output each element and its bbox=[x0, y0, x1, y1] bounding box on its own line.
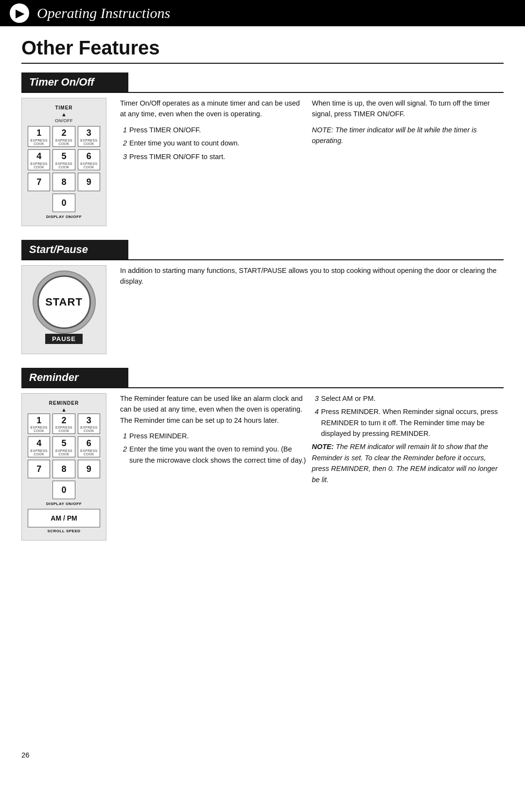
timer-key-grid: 1 EXPRESS COOK 2 EXPRESS COOK 3 EXPRESS … bbox=[28, 126, 100, 191]
reminder-step-1: 1 Press REMINDER. bbox=[123, 431, 307, 441]
timer-section-header-row: Timer On/Off bbox=[21, 72, 504, 93]
header-title: Operating Instructions bbox=[37, 5, 170, 21]
reminder-key-5[interactable]: 5 EXPRESS COOK bbox=[52, 436, 75, 457]
timer-key-3[interactable]: 3 EXPRESS COOK bbox=[78, 126, 100, 147]
timer-keypad-sublabel: ON/OFF bbox=[28, 118, 100, 123]
reminder-key-2[interactable]: 2 EXPRESS COOK bbox=[52, 414, 75, 434]
header-bar: ▶ Operating Instructions bbox=[0, 0, 525, 26]
timer-text-col1: Timer On/Off operates as a minute timer … bbox=[120, 98, 312, 226]
timer-key-9[interactable]: 9 bbox=[78, 173, 100, 191]
startpause-section-header: Start/Pause bbox=[21, 240, 128, 259]
timer-zero-grid: 0 bbox=[28, 194, 100, 212]
timer-text-col2: When time is up, the oven will signal. T… bbox=[312, 98, 504, 226]
ampm-label: AM / PM bbox=[51, 515, 77, 522]
reminder-section-header: Reminder bbox=[21, 368, 128, 387]
timer-note: NOTE: The timer indicator will be lit wh… bbox=[312, 125, 499, 146]
reminder-key-7[interactable]: 7 bbox=[28, 460, 50, 478]
reminder-scroll-label: SCROLL SPEED bbox=[28, 529, 100, 533]
timer-step-3: 3 Press TIMER ON/OFF to start. bbox=[123, 151, 307, 162]
timer-display-onoff-label: DISPLAY ON/OFF bbox=[28, 215, 100, 219]
start-pause-panel: START PAUSE bbox=[21, 265, 106, 354]
timer-key-5[interactable]: 5 EXPRESS COOK bbox=[52, 149, 75, 170]
startpause-text-col: In addition to starting many functions, … bbox=[120, 265, 504, 354]
timer-key-0[interactable]: 0 bbox=[52, 194, 75, 212]
timer-section-header: Timer On/Off bbox=[21, 72, 128, 92]
reminder-text-col1: The Reminder feature can be used like an… bbox=[120, 393, 312, 541]
reminder-section-body: REMINDER ▲ 1 EXPRESS COOK 2 EXPRESS COOK… bbox=[21, 393, 504, 541]
timer-step-2: 2 Enter time you want to count down. bbox=[123, 138, 307, 148]
reminder-key-1[interactable]: 1 EXPRESS COOK bbox=[28, 414, 50, 434]
startpause-section-header-row: Start/Pause bbox=[21, 240, 504, 260]
timer-keypad-arrow: ▲ bbox=[28, 111, 100, 117]
reminder-display-onoff-label: DISPLAY ON/OFF bbox=[28, 502, 100, 506]
reminder-keypad-top-label: REMINDER bbox=[28, 400, 100, 406]
timer-intro: Timer On/Off operates as a minute timer … bbox=[120, 98, 307, 120]
start-circle[interactable]: START bbox=[37, 275, 91, 329]
timer-key-2[interactable]: 2 EXPRESS COOK bbox=[52, 126, 75, 147]
timer-key-4[interactable]: 4 EXPRESS COOK bbox=[28, 149, 50, 170]
reminder-step-2: 2 Enter the time you want the oven to re… bbox=[123, 444, 307, 466]
timer-key-8[interactable]: 8 bbox=[52, 173, 75, 191]
reminder-key-9[interactable]: 9 bbox=[78, 460, 100, 478]
svg-text:▶: ▶ bbox=[16, 7, 25, 19]
reminder-key-3[interactable]: 3 EXPRESS COOK bbox=[78, 414, 100, 434]
start-label: START bbox=[45, 296, 83, 308]
timer-key-6[interactable]: 6 EXPRESS COOK bbox=[78, 149, 100, 170]
reminder-intro: The Reminder feature can be used like an… bbox=[120, 393, 307, 426]
pause-label: PAUSE bbox=[45, 334, 83, 344]
reminder-key-grid: 1 EXPRESS COOK 2 EXPRESS COOK 3 EXPRESS … bbox=[28, 414, 100, 479]
startpause-description: In addition to starting many functions, … bbox=[120, 265, 499, 287]
timer-col2-intro: When time is up, the oven will signal. T… bbox=[312, 98, 499, 120]
reminder-text-col2: 3 Select AM or PM. 4 Press REMINDER. Whe… bbox=[312, 393, 504, 541]
timer-key-7[interactable]: 7 bbox=[28, 173, 50, 191]
timer-section-body: TIMER ▲ ON/OFF 1 EXPRESS COOK 2 EXPRESS … bbox=[21, 98, 504, 226]
reminder-key-6[interactable]: 6 EXPRESS COOK bbox=[78, 436, 100, 457]
reminder-key-8[interactable]: 8 bbox=[52, 460, 75, 478]
reminder-section-header-row: Reminder bbox=[21, 368, 504, 388]
reminder-step-3: 3 Select AM or PM. bbox=[315, 393, 499, 404]
reminder-keypad-panel: REMINDER ▲ 1 EXPRESS COOK 2 EXPRESS COOK… bbox=[21, 393, 106, 541]
reminder-step-4: 4 Press REMINDER. When Reminder signal o… bbox=[315, 406, 499, 439]
startpause-section-body: START PAUSE In addition to starting many… bbox=[21, 265, 504, 354]
timer-keypad-top-label: TIMER bbox=[28, 105, 100, 110]
brand-logo-icon: ▶ bbox=[9, 2, 30, 24]
reminder-ampm-btn[interactable]: AM / PM bbox=[28, 509, 100, 527]
reminder-key-4[interactable]: 4 EXPRESS COOK bbox=[28, 436, 50, 457]
page-title: Other Features bbox=[21, 37, 504, 64]
reminder-keypad-arrow: ▲ bbox=[28, 407, 100, 413]
timer-key-1[interactable]: 1 EXPRESS COOK bbox=[28, 126, 50, 147]
timer-step-1: 1 Press TIMER ON/OFF. bbox=[123, 125, 307, 135]
page-number: 26 bbox=[21, 751, 30, 759]
reminder-zero-grid: 0 bbox=[28, 481, 100, 499]
reminder-key-0[interactable]: 0 bbox=[52, 481, 75, 499]
reminder-note: NOTE: The REM indicator will remain lit … bbox=[312, 441, 499, 485]
timer-keypad-panel: TIMER ▲ ON/OFF 1 EXPRESS COOK 2 EXPRESS … bbox=[21, 98, 106, 226]
